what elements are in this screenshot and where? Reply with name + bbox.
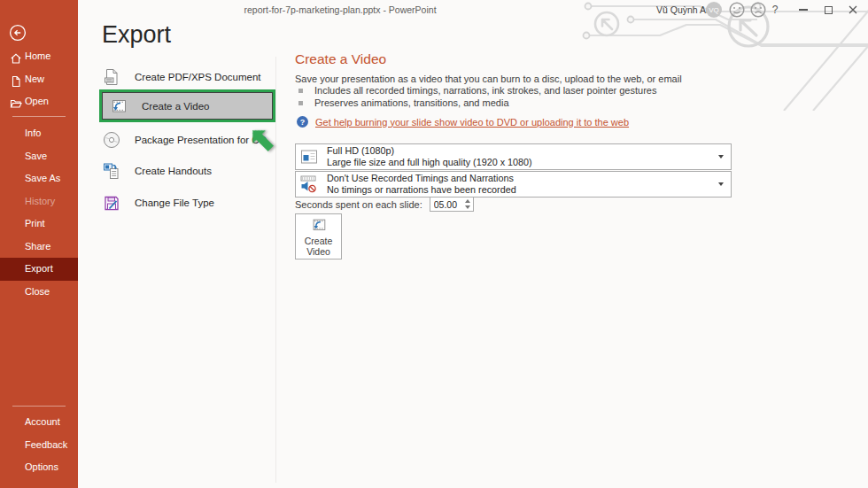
seconds-per-slide-row: Seconds spent on each slide:	[295, 197, 474, 212]
export-option-create-handouts[interactable]: Create Handouts	[102, 161, 212, 181]
bullet-square-icon	[298, 101, 303, 105]
cd-icon	[102, 130, 121, 150]
export-option-label: Create Handouts	[135, 166, 212, 176]
spinner-up-icon[interactable]	[465, 199, 470, 203]
export-option-label: Create PDF/XPS Document	[135, 72, 261, 82]
pdf-document-icon	[102, 67, 121, 87]
no-narration-icon	[299, 174, 319, 194]
sidebar-item-label: Save	[25, 151, 47, 161]
sidebar-item-label: Export	[25, 263, 53, 274]
bullet-square-icon	[298, 89, 303, 93]
question-icon: ?	[772, 4, 779, 16]
dropdown-primary-text: Full HD (1080p)	[327, 145, 532, 157]
sidebar-item-label: Share	[25, 241, 50, 252]
sidebar-item-label: Open	[25, 96, 49, 106]
back-arrow-icon	[9, 24, 27, 42]
feature-bullet: Includes all recorded timings, narration…	[298, 85, 656, 96]
bullet-text: Includes all recorded timings, narration…	[314, 85, 656, 96]
help-circle-icon: ?	[297, 116, 308, 128]
export-option-label: Change File Type	[135, 198, 214, 208]
sidebar-item-close[interactable]: Close	[0, 281, 78, 304]
close-icon	[849, 5, 857, 14]
sidebar-item-options[interactable]: Options	[0, 456, 78, 479]
sidebar-item-label: Account	[25, 416, 60, 427]
help-button[interactable]: ?	[763, 0, 787, 19]
create-video-button[interactable]: Create Video	[295, 213, 342, 259]
sidebar-item-label: Close	[25, 286, 50, 297]
open-folder-icon	[10, 96, 22, 108]
sidebar-divider	[12, 406, 66, 407]
sidebar-item-save[interactable]: Save	[0, 145, 78, 168]
sidebar-item-open[interactable]: Open	[0, 90, 78, 113]
panel-divider	[275, 57, 276, 483]
detail-heading: Create a Video	[295, 51, 386, 67]
help-link-row: ? Get help burning your slide show video…	[297, 116, 629, 128]
create-video-label-line2: Video	[306, 246, 330, 257]
detail-description: Save your presentation as a video that y…	[295, 74, 682, 84]
video-quality-dropdown[interactable]: Full HD (1080p) Large file size and full…	[295, 143, 732, 170]
seconds-label: Seconds spent on each slide:	[295, 199, 422, 210]
feature-bullet: Preserves animations, transitions, and m…	[298, 97, 509, 108]
chevron-down-icon	[718, 182, 724, 186]
sidebar-item-label: Save As	[25, 173, 60, 183]
dropdown-secondary-text: Large file size and full high quality (1…	[327, 157, 532, 168]
feedback-smile-button[interactable]	[728, 1, 746, 19]
sidebar-item-share[interactable]: Share	[0, 236, 78, 259]
back-button[interactable]	[9, 24, 27, 42]
close-button[interactable]	[841, 0, 864, 19]
powerpoint-backstage-window: report-for-7p-marketing-plan.pptx - Powe…	[0, 0, 868, 488]
sidebar-item-label: Info	[25, 128, 41, 138]
bullet-text: Preserves animations, transitions, and m…	[314, 97, 509, 108]
handouts-icon	[102, 161, 121, 181]
export-option-label: Create a Video	[142, 101, 210, 112]
spinner-buttons[interactable]	[465, 199, 470, 209]
page-title: Export	[102, 21, 171, 49]
minimize-button[interactable]	[792, 0, 815, 19]
sidebar-item-new[interactable]: New	[0, 68, 78, 91]
new-document-icon	[10, 74, 22, 86]
sidebar-divider	[12, 116, 66, 117]
video-icon	[109, 97, 128, 116]
question-glyph: ?	[300, 118, 306, 127]
maximize-button[interactable]	[817, 0, 840, 19]
sidebar-item-label: Options	[25, 461, 58, 472]
dropdown-text: Full HD (1080p) Large file size and full…	[327, 145, 532, 168]
create-video-label-line1: Create	[305, 236, 333, 246]
timings-narrations-dropdown[interactable]: Don't Use Recorded Timings and Narration…	[295, 171, 732, 198]
home-icon	[10, 50, 22, 63]
sidebar-item-feedback[interactable]: Feedback	[0, 434, 78, 457]
sidebar-item-label: Print	[25, 218, 45, 229]
help-link[interactable]: Get help burning your slide show video t…	[315, 117, 629, 128]
dropdown-text: Don't Use Recorded Timings and Narration…	[327, 173, 516, 196]
seconds-spinner[interactable]	[430, 197, 474, 212]
account-avatar[interactable]: VQ	[706, 2, 722, 18]
green-arrow-annotation	[246, 124, 277, 155]
sidebar-item-history: History	[0, 190, 78, 213]
export-option-pdf-xps[interactable]: Create PDF/XPS Document	[102, 67, 261, 87]
change-file-type-icon	[102, 193, 121, 213]
export-option-change-file-type[interactable]: Change File Type	[102, 193, 214, 213]
sidebar-item-label: Home	[25, 50, 50, 61]
sidebar-item-label: History	[25, 196, 55, 206]
sidebar-item-account[interactable]: Account	[0, 411, 78, 434]
video-icon	[310, 216, 328, 234]
spinner-down-icon[interactable]	[465, 205, 470, 209]
minimize-icon	[799, 9, 808, 10]
export-option-create-video[interactable]: Create a Video	[102, 92, 273, 120]
seconds-input[interactable]	[434, 199, 459, 210]
sidebar-item-label: Feedback	[25, 439, 67, 450]
smile-icon	[728, 1, 746, 19]
export-option-package-cd[interactable]: Package Presentation for CD	[102, 130, 267, 150]
sidebar-item-export[interactable]: Export	[0, 258, 78, 281]
backstage-sidebar: Home New Open Info Save Save As History …	[0, 0, 78, 488]
sidebar-item-save-as[interactable]: Save As	[0, 167, 78, 190]
maximize-icon	[825, 6, 833, 14]
sidebar-item-print[interactable]: Print	[0, 213, 78, 236]
sidebar-item-label: New	[25, 74, 44, 84]
display-quality-icon	[299, 147, 319, 167]
dropdown-secondary-text: No timings or narrations have been recor…	[327, 184, 516, 196]
sidebar-item-info[interactable]: Info	[0, 122, 78, 145]
chevron-down-icon	[718, 155, 724, 159]
sidebar-item-home[interactable]: Home	[0, 45, 78, 68]
window-title: report-for-7p-marketing-plan.pptx - Powe…	[78, 4, 602, 15]
